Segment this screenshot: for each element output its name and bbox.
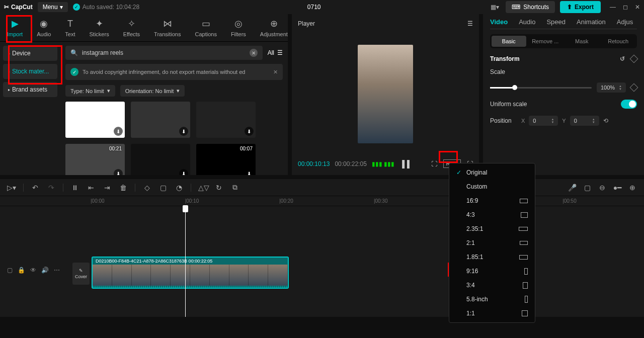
position-y-input[interactable]: 0 ▲▼ xyxy=(570,116,599,126)
ratio-option-3-4[interactable]: 3:4 xyxy=(449,278,535,292)
clear-search-button[interactable]: ✕ xyxy=(250,49,258,57)
zoom-out-icon[interactable]: ⊖ xyxy=(598,184,607,192)
tab-transitions[interactable]: ⋈Transitions xyxy=(154,18,181,41)
delete-tool[interactable]: 🗑 xyxy=(119,184,128,192)
timeline-tracks[interactable]: ▢ 🔒 👁 🔊 ⋯ ✎ Cover D0210B00-F84B-4C21-A87… xyxy=(0,206,644,317)
layout-icon[interactable]: ▦▾ xyxy=(489,1,501,13)
tab-effects[interactable]: ✧Effects xyxy=(123,18,140,41)
export-icon: ⬆ xyxy=(567,4,572,11)
ratio-option-16-9[interactable]: 16:9 xyxy=(449,194,535,208)
zoom-slider[interactable]: ●━ xyxy=(613,184,622,192)
subtab-mask[interactable]: Mask xyxy=(565,36,599,47)
scale-fit-icon[interactable]: ⛶ xyxy=(431,160,437,167)
pointer-tool[interactable]: ▷▾ xyxy=(7,184,16,192)
tab-text[interactable]: TText xyxy=(65,18,75,41)
player-menu-icon[interactable]: ☰ xyxy=(467,20,473,27)
download-icon[interactable]: ⬇ xyxy=(179,169,188,175)
subtab-basic[interactable]: Basic xyxy=(492,36,526,47)
export-button[interactable]: ⬆ Export xyxy=(560,1,601,13)
tab-adjustment[interactable]: ⊕Adjustment xyxy=(260,18,288,41)
sidenav-brand-assets[interactable]: ▸Brand assets xyxy=(3,82,57,97)
tab-import[interactable]: ▶Import xyxy=(7,18,23,41)
ratio-option-Custom[interactable]: Custom xyxy=(449,180,535,194)
cc-icon[interactable]: ▢ xyxy=(583,184,592,192)
position-x-input[interactable]: 0 ▲▼ xyxy=(529,116,558,126)
stock-thumb[interactable]: ⬇ xyxy=(196,102,256,138)
type-filter[interactable]: Type: No limit ▾ xyxy=(65,85,115,97)
inspector-tab-speed[interactable]: Speed xyxy=(546,18,566,26)
lock-icon[interactable]: ▢ xyxy=(7,267,13,274)
speed-tool[interactable]: ◔ xyxy=(175,184,184,192)
tab-filters[interactable]: ◎Filters xyxy=(231,18,246,41)
eye-icon[interactable]: 👁 xyxy=(30,267,36,274)
inspector-tab-animation[interactable]: Animation xyxy=(577,18,606,26)
mirror-tool[interactable]: △▽ xyxy=(198,184,207,192)
ratio-option-1-85-1[interactable]: 1.85:1 xyxy=(449,250,535,264)
zoom-fit-icon[interactable]: ⊕ xyxy=(628,184,637,192)
crop-tool[interactable]: ⧉ xyxy=(230,183,239,192)
subtab-retouch[interactable]: Retouch xyxy=(601,36,636,47)
inspector-tab-audio[interactable]: Audio xyxy=(519,18,535,26)
player-viewport[interactable] xyxy=(298,31,473,156)
ratio-option-1-1[interactable]: 1:1 xyxy=(449,306,535,320)
more-icon[interactable]: ⋯ xyxy=(54,267,60,274)
redo-button[interactable]: ↷ xyxy=(47,184,56,192)
download-icon[interactable]: ⬇ xyxy=(245,169,254,175)
search-box[interactable]: 🔍 ✕ xyxy=(65,46,263,60)
stock-thumb[interactable]: 00:21⬇ xyxy=(65,144,125,175)
video-clip[interactable]: D0210B00-F84B-4C21-A878-2A86C318763B 00:… xyxy=(92,257,289,289)
sidenav-stock-mater-[interactable]: ▸Stock mater... xyxy=(3,64,57,79)
orientation-filter[interactable]: Orientation: No limit ▾ xyxy=(120,85,185,97)
download-icon[interactable]: ⬇ xyxy=(179,127,188,136)
subtab-remove[interactable]: Remove ... xyxy=(528,36,563,47)
cover-button[interactable]: ✎ Cover xyxy=(72,263,90,285)
tab-audio[interactable]: ◉Audio xyxy=(37,18,51,41)
minimize-button[interactable]: — xyxy=(610,4,616,11)
menu-button[interactable]: Menu ▾ xyxy=(38,2,68,12)
undo-button[interactable]: ↶ xyxy=(31,184,40,192)
search-input[interactable] xyxy=(82,49,246,56)
stock-thumb[interactable]: ⬇ xyxy=(131,102,190,138)
pause-button[interactable]: ▐▐ xyxy=(399,160,410,168)
close-button[interactable]: ✕ xyxy=(635,4,640,11)
maximize-button[interactable]: ◻ xyxy=(623,4,628,11)
scale-input[interactable]: 100% ▲▼ xyxy=(597,82,626,93)
tab-stickers[interactable]: ✦Stickers xyxy=(90,18,109,41)
link-icon[interactable]: ⟲ xyxy=(603,117,608,124)
stock-thumb[interactable]: ⬇ xyxy=(65,102,125,138)
trim-right-tool[interactable]: ⇥ xyxy=(103,184,112,192)
uniform-scale-toggle[interactable] xyxy=(621,100,637,109)
download-icon[interactable]: ⬇ xyxy=(245,127,254,136)
scale-slider[interactable] xyxy=(490,87,592,89)
close-notice-button[interactable]: ✕ xyxy=(273,69,278,75)
playhead[interactable] xyxy=(185,206,186,317)
download-icon[interactable]: ⬇ xyxy=(114,169,123,175)
download-icon[interactable]: ⬇ xyxy=(114,127,123,136)
scale-keyframe[interactable] xyxy=(630,83,638,92)
trim-left-tool[interactable]: ⇤ xyxy=(87,184,96,192)
timeline-ruler[interactable]: |00:00|00:10|00:20|00:30|00:40|00:50|01:… xyxy=(0,196,644,206)
stock-thumb[interactable]: ⬇ xyxy=(131,144,190,175)
ratio-option-5-8-inch[interactable]: 5.8-inch xyxy=(449,292,535,306)
mute-icon[interactable]: 🔊 xyxy=(41,267,49,274)
inspector-tab-adjus[interactable]: Adjus xyxy=(617,18,633,26)
mic-icon[interactable]: 🎤 xyxy=(568,184,577,192)
split-tool[interactable]: ⏸ xyxy=(70,184,79,192)
copy-tool[interactable]: ▢ xyxy=(158,184,168,192)
filter-all-button[interactable]: All ☰ xyxy=(268,49,283,56)
inspector-tab-video[interactable]: Video xyxy=(490,18,508,26)
ratio-option-4-3[interactable]: 4:3 xyxy=(449,208,535,222)
lock-track-icon[interactable]: 🔒 xyxy=(18,267,25,274)
ratio-option-2-35-1[interactable]: 2.35:1 xyxy=(449,222,535,236)
rotate-tool[interactable]: ↻ xyxy=(214,184,223,192)
stock-thumb[interactable]: 00:07⬇ xyxy=(196,144,256,175)
reset-icon[interactable]: ↺ xyxy=(620,55,625,62)
sidenav-device[interactable]: ▸Device xyxy=(3,46,57,61)
shortcuts-button[interactable]: ⌨ Shortcuts xyxy=(506,1,555,13)
tab-captions[interactable]: ▭Captions xyxy=(195,18,216,41)
ratio-option-Original[interactable]: ✓Original xyxy=(449,165,535,180)
ratio-option-2-1[interactable]: 2:1 xyxy=(449,236,535,250)
keyframe-diamond[interactable] xyxy=(630,55,638,63)
ratio-option-9-16[interactable]: 9:16 xyxy=(449,264,535,278)
marker-tool[interactable]: ◇ xyxy=(142,184,151,192)
